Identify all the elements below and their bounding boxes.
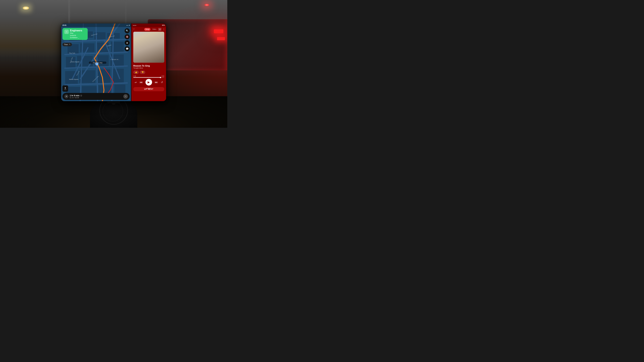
info-icon: ⓘ: [80, 95, 82, 96]
then-indicator[interactable]: Then ↰: [62, 43, 72, 46]
speed-indicator: 0 mph: [62, 85, 68, 92]
mute-button[interactable]: 🔇: [125, 34, 130, 39]
shuffle-button[interactable]: ⇌: [135, 81, 137, 84]
svg-text:Play Park: Play Park: [69, 52, 75, 54]
dislike-button[interactable]: 👎: [140, 70, 145, 74]
then-turn-icon: ↰: [69, 43, 70, 45]
current-time: 2:42: [134, 75, 136, 77]
progress-times: 2:42 3:04: [134, 75, 164, 77]
arrow-up-icon: ↑: [66, 30, 67, 33]
nav-close-button[interactable]: ✕: [64, 94, 68, 98]
signal-bars: ▲▲▲: [133, 24, 136, 26]
nav-direction-arrow: ↑: [64, 29, 69, 34]
progress-thumb[interactable]: [160, 77, 161, 78]
back-chevron-icon[interactable]: ﹀: [133, 28, 135, 31]
nav-instruction-card[interactable]: ↑ Engineers Way towards Exhibition _: [62, 28, 88, 40]
speed-value: 0: [65, 87, 66, 89]
svg-text:↙ Empire W...: ↙ Empire W...: [110, 59, 119, 60]
chat-button[interactable]: 💬: [125, 46, 130, 51]
album-art-background: [134, 32, 164, 63]
screen-share-icon: ⊡: [159, 28, 160, 30]
nav-time-remaining: 1 hr 8 min ⓘ: [70, 94, 122, 97]
phone-device: 23:01 ▲▲ ◆: [61, 23, 166, 101]
play-pause-button[interactable]: ▶: [145, 79, 152, 85]
play-icon: ▶: [148, 80, 150, 84]
status-time: 23:01: [62, 24, 66, 26]
svg-text:Market Square: Market Square: [69, 78, 78, 80]
wifi-icon: ◆: [129, 24, 130, 26]
svg-rect-15: [97, 69, 110, 83]
compass-icon: ◈: [126, 41, 128, 44]
nav-street-main: Engineers: [70, 29, 82, 32]
map-controls: 🔍 🔇 ◈ 💬: [125, 28, 130, 51]
compass-button[interactable]: ◈: [125, 40, 130, 45]
progress-bar[interactable]: [134, 77, 164, 78]
nav-route-button[interactable]: ⑂: [124, 94, 128, 99]
search-icon: 🔍: [126, 29, 128, 32]
more-options-icon[interactable]: ⋮: [163, 28, 165, 30]
svg-text:Arena Square: Arena Square: [71, 61, 80, 63]
track-title: Reason To Sing: [134, 64, 164, 67]
up-next-handle: [146, 88, 151, 88]
album-art-container: TONIGHT ALIVE What Are You So Scared Of?: [132, 32, 166, 63]
status-icons-left: ▲▲ ◆: [126, 24, 130, 26]
nav-duration-info: 1 hr 8 min ⓘ 51 mi • 00:09: [70, 94, 122, 99]
nav-street-line2: Way: [70, 32, 82, 34]
then-label: Then: [64, 43, 68, 45]
progress-section[interactable]: 2:42 3:04: [132, 75, 166, 78]
next-button[interactable]: ⏭: [155, 80, 158, 84]
nav-street-line4: Exhibition _: [70, 36, 82, 39]
like-dislike-bar: 👍 👎: [132, 70, 166, 75]
tab-song[interactable]: Song: [144, 28, 150, 31]
status-bar-right: ▲▲▲ 82%: [132, 23, 166, 27]
progress-fill: [134, 77, 160, 78]
music-tab-group: Song Video ⊡: [144, 28, 162, 31]
music-panel: ▲▲▲ 82% ﹀ Song Video ⊡ ⋮: [132, 23, 166, 101]
svg-rect-16: [112, 69, 124, 83]
track-info: Reason To Sing Tonight Alive: [132, 64, 166, 70]
battery-level: 82%: [162, 24, 165, 26]
like-button[interactable]: 👍: [134, 70, 139, 74]
nav-text-block: Engineers Way towards Exhibition _: [70, 29, 82, 39]
nav-street-line3: towards: [70, 34, 82, 36]
maps-panel: 23:01 ▲▲ ◆: [61, 23, 131, 101]
eta-text: 00:09: [75, 97, 79, 99]
tab-screen-icon[interactable]: ⊡: [158, 28, 162, 31]
chat-icon: 💬: [126, 47, 128, 50]
brake-light-1: [214, 29, 223, 33]
ceiling-light-right: [204, 4, 209, 6]
previous-button[interactable]: ⏮: [140, 80, 143, 84]
speed-unit: mph: [64, 89, 66, 90]
ceiling-light-left: [23, 6, 29, 10]
search-button[interactable]: 🔍: [125, 28, 130, 33]
playback-controls: ⇌ ⏮ ▶ ⏭ ↺: [132, 78, 166, 86]
duration-text: 1 hr 8 min: [70, 94, 80, 97]
tab-video[interactable]: Video: [151, 28, 158, 31]
album-art: TONIGHT ALIVE What Are You So Scared Of?: [134, 32, 164, 63]
repeat-button[interactable]: ↺: [161, 81, 163, 84]
brake-light-2: [217, 37, 225, 40]
total-time: 3:04: [162, 75, 164, 77]
signal-icon: ▲▲: [126, 25, 128, 26]
status-bar-left: 23:01 ▲▲ ◆: [61, 23, 131, 27]
nav-details-text: 51 mi • 00:09: [70, 97, 122, 99]
up-next-bar[interactable]: UP NEXT: [134, 87, 164, 91]
svg-rect-13: [65, 71, 78, 84]
distance-text: 51 mi: [70, 97, 74, 99]
nav-bottom-bar[interactable]: ✕ 1 hr 8 min ⓘ 51 mi • 00:09 ⑂: [62, 93, 130, 100]
music-header: ﹀ Song Video ⊡ ⋮: [132, 27, 166, 32]
mute-icon: 🔇: [126, 35, 128, 38]
track-artist: Tonight Alive: [134, 67, 164, 69]
svg-point-35: [94, 62, 99, 66]
